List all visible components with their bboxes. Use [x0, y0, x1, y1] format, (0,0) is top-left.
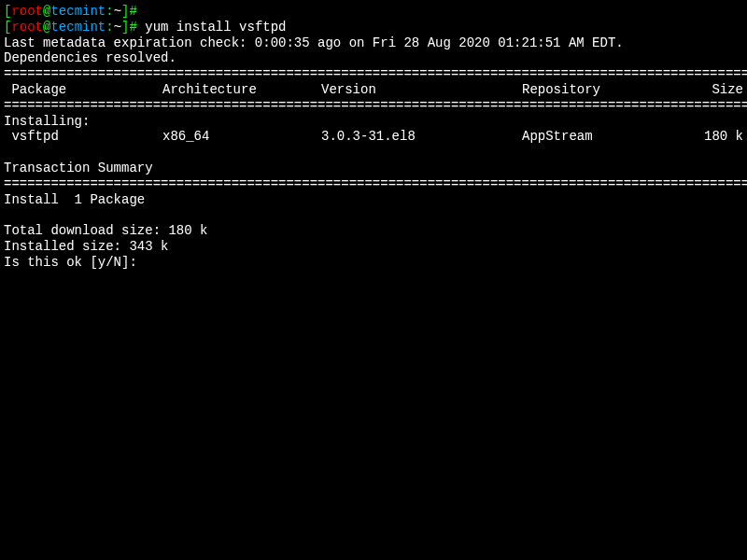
installing-label: Installing:	[4, 114, 743, 130]
blank-line-2	[4, 207, 743, 223]
divider-summary: ========================================…	[4, 176, 743, 192]
dependencies-resolved-line: Dependencies resolved.	[4, 50, 743, 66]
install-count-line: Install 1 Package	[4, 192, 743, 208]
package-size: 180 k	[704, 129, 743, 145]
package-name: vsftpd	[4, 129, 162, 145]
table-header-row: Package Architecture Version Repository …	[4, 82, 743, 98]
package-repo: AppStream	[522, 129, 704, 145]
prompt-hash: #	[129, 20, 136, 35]
prompt-colon: :	[106, 4, 113, 19]
prompt-user: root	[11, 20, 43, 35]
prompt-line-1: [root@tecmint:~]#	[4, 4, 743, 20]
header-package: Package	[4, 82, 162, 98]
prompt-path: ~	[114, 4, 121, 19]
header-size: Size	[712, 82, 743, 98]
prompt-line-2: [root@tecmint:~]# yum install vsftpd	[4, 20, 743, 35]
prompt-path: ~	[114, 20, 121, 35]
metadata-check-line: Last metadata expiration check: 0:00:35 …	[4, 35, 743, 51]
header-version: Version	[321, 82, 522, 98]
prompt-hash: #	[129, 4, 136, 19]
installed-size-line: Installed size: 343 k	[4, 239, 743, 255]
package-version: 3.0.3-31.el8	[321, 129, 522, 145]
transaction-summary-label: Transaction Summary	[4, 161, 743, 176]
blank-line	[4, 145, 743, 161]
confirm-prompt-line[interactable]: Is this ok [y/N]:	[4, 255, 743, 271]
prompt-host: tecmint	[50, 4, 106, 19]
prompt-host: tecmint	[50, 20, 106, 35]
package-arch: x86_64	[162, 129, 321, 145]
divider-header: ========================================…	[4, 98, 743, 114]
prompt-user: root	[11, 4, 43, 19]
confirm-prompt-text: Is this ok [y/N]:	[4, 255, 145, 270]
command-text: yum install vsftpd	[137, 20, 287, 35]
download-size-line: Total download size: 180 k	[4, 223, 743, 239]
divider-top: ========================================…	[4, 66, 743, 82]
header-architecture: Architecture	[162, 82, 321, 98]
package-row: vsftpd x86_64 3.0.3-31.el8 AppStream 180…	[4, 129, 743, 145]
header-repository: Repository	[522, 82, 712, 98]
prompt-colon: :	[106, 20, 113, 35]
